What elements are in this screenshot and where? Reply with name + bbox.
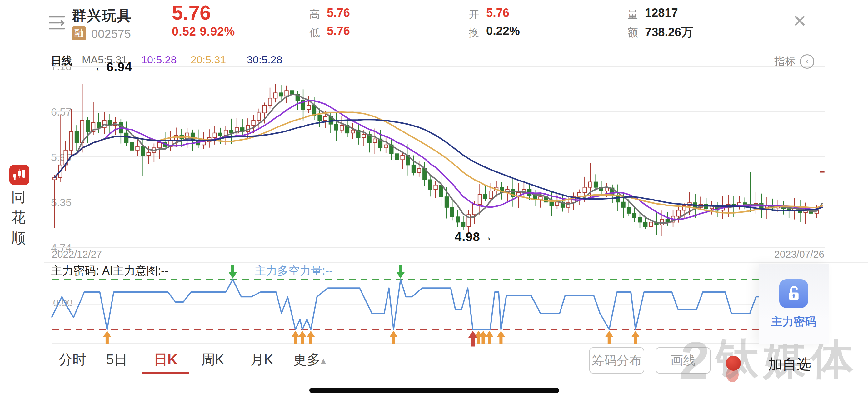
add-watchlist-button[interactable]: 加自选 bbox=[768, 355, 811, 374]
lock-icon bbox=[779, 279, 808, 308]
home-indicator bbox=[309, 388, 559, 393]
chip-distribution-button[interactable]: 筹码分布 bbox=[589, 347, 644, 373]
close-icon[interactable]: ✕ bbox=[793, 12, 807, 30]
stat-turnover-label: 换 bbox=[469, 26, 479, 40]
tab-fenshi[interactable]: 分时 bbox=[59, 350, 86, 369]
stock-code: 002575 bbox=[91, 28, 131, 41]
period-label[interactable]: 日线 bbox=[51, 54, 72, 68]
locked-feature-panel[interactable]: 主力密码 bbox=[758, 264, 829, 344]
stat-amount-label: 额 bbox=[627, 26, 638, 40]
stat-open-value: 5.76 bbox=[486, 6, 509, 20]
stat-volume-value: 12817 bbox=[645, 6, 678, 20]
stat-volume-label: 量 bbox=[627, 7, 638, 22]
tab-monthly-k[interactable]: 月K bbox=[250, 350, 273, 369]
stat-open-label: 开 bbox=[469, 7, 479, 22]
tab-weekly-k[interactable]: 周K bbox=[201, 350, 224, 369]
lock-panel-label: 主力密码 bbox=[771, 314, 816, 330]
stat-low-value: 5.76 bbox=[327, 24, 350, 38]
margin-badge: 融 bbox=[72, 26, 86, 40]
brand-char-3: 顺 bbox=[11, 229, 26, 248]
tab-daily-k[interactable]: 日K bbox=[154, 350, 178, 369]
last-price: 5.76 bbox=[172, 1, 211, 24]
stat-high-value: 5.76 bbox=[327, 6, 350, 20]
ths-app-logo bbox=[9, 165, 29, 185]
sub-indicator-link[interactable]: 主力多空力量:-- bbox=[255, 263, 333, 278]
stat-amount-value: 738.26万 bbox=[645, 24, 693, 40]
watermark-red-dot bbox=[726, 356, 741, 371]
date-end: 2023/07/26 bbox=[774, 248, 824, 260]
stock-name: 群兴玩具 bbox=[72, 6, 132, 26]
chevron-left-circle-icon: ‹ bbox=[800, 54, 814, 69]
low-annotation: 4.98→ bbox=[455, 230, 493, 244]
active-tab-underline bbox=[142, 372, 189, 374]
date-start: 2022/12/27 bbox=[52, 248, 102, 260]
sub-indicator-title: 主力密码: AI主力意图:-- bbox=[51, 263, 168, 278]
indicator-label: 指标 bbox=[774, 54, 796, 69]
ma10-value: 10:5.28 bbox=[141, 54, 177, 66]
high-annotation: ←6.94 bbox=[94, 60, 132, 74]
stat-low-label: 低 bbox=[309, 26, 320, 40]
indicator-button[interactable]: 指标 ‹ bbox=[774, 54, 814, 69]
brand-char-1: 同 bbox=[11, 188, 26, 207]
stat-high-label: 高 bbox=[309, 7, 320, 22]
tab-5day[interactable]: 5日 bbox=[106, 350, 127, 369]
candlestick-logo-glyph bbox=[12, 168, 27, 182]
price-change: 0.52 9.92% bbox=[172, 25, 235, 38]
ma20-value: 20:5.31 bbox=[191, 54, 226, 66]
watermark-logo-glyph: 2 bbox=[678, 334, 711, 387]
tab-more[interactable]: 更多 bbox=[293, 350, 320, 369]
caret-up-icon: ▲ bbox=[319, 356, 328, 366]
stat-turnover-value: 0.22% bbox=[486, 24, 520, 38]
stock-detail-screen: 同 花 顺 群兴玩具 融 002575 5.76 0.52 9.92% 高 5.… bbox=[0, 0, 868, 401]
back-menu-icon[interactable] bbox=[49, 14, 67, 33]
ma30-value: 30:5.28 bbox=[247, 54, 282, 66]
brand-char-2: 花 bbox=[11, 208, 26, 227]
